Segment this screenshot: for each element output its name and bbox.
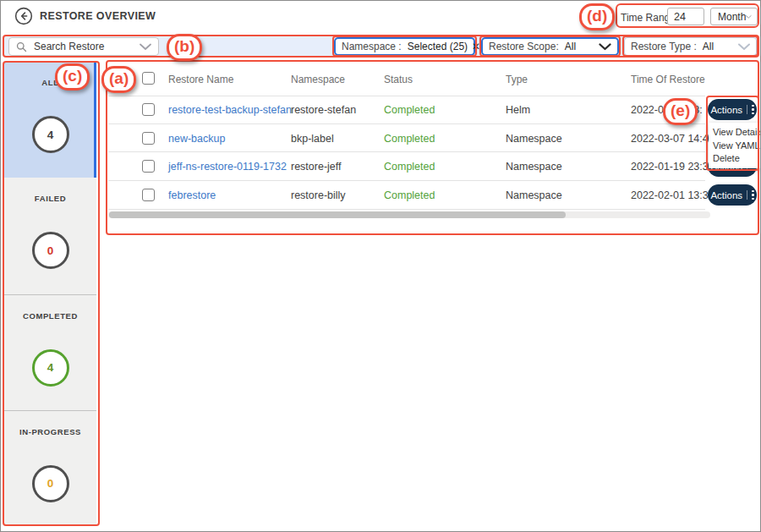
search-icon [16, 41, 27, 52]
back-button[interactable] [14, 7, 33, 25]
column-header-type: Type [506, 74, 528, 85]
sidebar-item-label: FAILED [4, 194, 96, 203]
chevron-down-icon [140, 43, 151, 51]
sidebar-item-failed[interactable]: FAILED 0 [4, 178, 96, 293]
actions-dropdown-menu: View Details View YAML Delete [709, 123, 760, 168]
chevron-down-icon [746, 14, 752, 20]
time-unit-select[interactable]: Month [710, 8, 758, 25]
search-placeholder: Search Restore [34, 41, 140, 52]
restore-table: Restore Name Namespace Status Type Time … [107, 61, 759, 235]
table-row: jeff-ns-restore-0119-1732 restore-jeff C… [107, 152, 759, 180]
status-count-badge: 0 [32, 232, 69, 269]
namespace-cell: restore-billy [291, 189, 346, 201]
actions-button[interactable]: Actions [708, 99, 757, 120]
clear-filter-icon[interactable]: ✕ [472, 41, 480, 52]
menu-item-view-yaml[interactable]: View YAML [713, 140, 760, 153]
kebab-menu-icon [747, 190, 754, 200]
table-row: restore-test-backup-stefan restore-stefa… [107, 96, 759, 123]
namespace-cell: restore-stefan [291, 104, 356, 116]
sidebar-item-label: IN-PROGRESS [4, 427, 96, 436]
sidebar-item-in-progress[interactable]: IN-PROGRESS 0 [4, 410, 96, 526]
horizontal-scrollbar[interactable] [108, 211, 710, 218]
page-title: RESTORE OVERVIEW [40, 10, 156, 22]
restore-name-link[interactable]: jeff-ns-restore-0119-1732 [168, 161, 287, 173]
time-range-input[interactable] [667, 8, 704, 25]
restore-name-link[interactable]: new-backup [168, 133, 225, 145]
active-indicator [94, 62, 96, 178]
status-sidebar: ALL 4 FAILED 0 COMPLETED 4 IN-PROGRESS 0 [4, 62, 96, 526]
status-cell: Completed [384, 189, 435, 201]
column-header-status: Status [384, 74, 413, 85]
actions-button[interactable]: Actions [708, 184, 757, 206]
sidebar-item-label: COMPLETED [4, 311, 96, 321]
status-cell: Completed [384, 133, 435, 145]
restore-type-value: All [703, 41, 714, 52]
table-row: febrestore restore-billy Completed Names… [107, 181, 759, 209]
status-count-badge: 0 [32, 465, 69, 502]
row-checkbox[interactable] [142, 189, 155, 201]
select-all-checkbox[interactable] [142, 72, 155, 85]
column-header-time: Time Of Restore [631, 74, 705, 85]
restore-name-link[interactable]: febrestore [168, 189, 216, 201]
type-cell: Namespace [506, 161, 562, 173]
status-count-badge: 4 [32, 349, 69, 387]
chevron-down-icon [599, 43, 611, 51]
row-checkbox[interactable] [142, 103, 155, 116]
scrollbar-thumb[interactable] [109, 211, 566, 218]
annotation-label-d: (d) [579, 3, 615, 30]
kebab-menu-icon [747, 105, 754, 115]
type-cell: Helm [506, 104, 530, 116]
type-cell: Namespace [506, 133, 562, 145]
status-cell: Completed [384, 104, 435, 116]
restore-type-label: Restore Type : [631, 41, 697, 52]
namespace-filter-dropdown[interactable]: Namespace : Selected (25) ✕ [334, 37, 475, 56]
sidebar-item-all[interactable]: ALL 4 [4, 62, 96, 178]
sidebar-item-label: ALL [4, 78, 96, 87]
restore-type-dropdown[interactable]: Restore Type : All [624, 37, 757, 56]
status-cell: Completed [384, 161, 435, 173]
arrow-left-icon [14, 7, 33, 25]
menu-item-delete[interactable]: Delete [713, 152, 760, 166]
restore-scope-label: Restore Scope: [489, 41, 559, 52]
restore-name-link[interactable]: restore-test-backup-stefan [168, 104, 292, 116]
chevron-down-icon [738, 43, 750, 51]
namespace-cell: restore-jeff [291, 161, 342, 173]
column-header-namespace: Namespace [291, 74, 345, 85]
restore-scope-value: All [565, 41, 576, 52]
namespace-filter-value: Selected (25) [408, 41, 468, 52]
namespace-filter-label: Namespace : [342, 41, 402, 52]
menu-item-view-details[interactable]: View Details [713, 126, 760, 140]
status-count-badge: 4 [32, 116, 69, 153]
time-unit-value: Month [718, 11, 746, 23]
column-header-restore-name: Restore Name [168, 74, 233, 85]
type-cell: Namespace [506, 189, 562, 201]
restore-overview-screen: RESTORE OVERVIEW Time Range : Month Sear… [0, 0, 761, 532]
row-checkbox[interactable] [142, 160, 155, 173]
time-cell: 2022-01-19 08: [631, 104, 703, 116]
sidebar-item-completed[interactable]: COMPLETED 4 [4, 294, 96, 410]
search-input[interactable]: Search Restore [8, 37, 159, 56]
row-checkbox[interactable] [142, 132, 155, 145]
namespace-cell: bkp-label [291, 133, 334, 145]
restore-scope-dropdown[interactable]: Restore Scope: All [481, 37, 619, 56]
table-row: new-backup bkp-label Completed Namespace… [107, 124, 759, 152]
